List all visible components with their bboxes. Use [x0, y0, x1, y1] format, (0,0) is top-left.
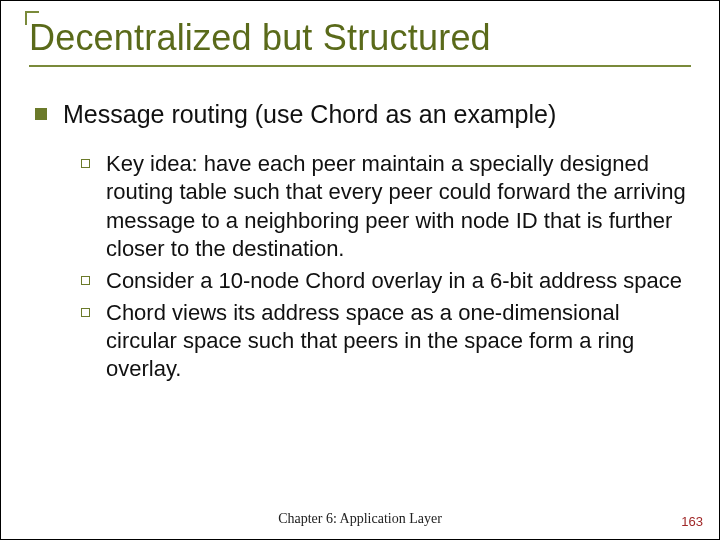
- list-item: Consider a 10-node Chord overlay in a 6-…: [81, 267, 691, 295]
- title-container: Decentralized but Structured: [29, 17, 691, 67]
- list-item-text: Consider a 10-node Chord overlay in a 6-…: [106, 267, 682, 295]
- slide-title: Decentralized but Structured: [29, 17, 691, 59]
- sub-list: Key idea: have each peer maintain a spec…: [35, 150, 691, 383]
- page-number: 163: [681, 514, 703, 529]
- square-outline-bullet-icon: [81, 308, 90, 317]
- square-outline-bullet-icon: [81, 159, 90, 168]
- list-item: Key idea: have each peer maintain a spec…: [81, 150, 691, 263]
- content-area: Message routing (use Chord as an example…: [29, 99, 691, 384]
- list-item-text: Message routing (use Chord as an example…: [63, 99, 556, 130]
- square-outline-bullet-icon: [81, 276, 90, 285]
- list-item-text: Key idea: have each peer maintain a spec…: [106, 150, 686, 263]
- square-filled-bullet-icon: [35, 108, 47, 120]
- list-item: Chord views its address space as a one-d…: [81, 299, 691, 383]
- slide: Decentralized but Structured Message rou…: [1, 1, 719, 539]
- list-item-text: Chord views its address space as a one-d…: [106, 299, 686, 383]
- list-item: Message routing (use Chord as an example…: [35, 99, 691, 130]
- footer-text: Chapter 6: Application Layer: [1, 511, 719, 527]
